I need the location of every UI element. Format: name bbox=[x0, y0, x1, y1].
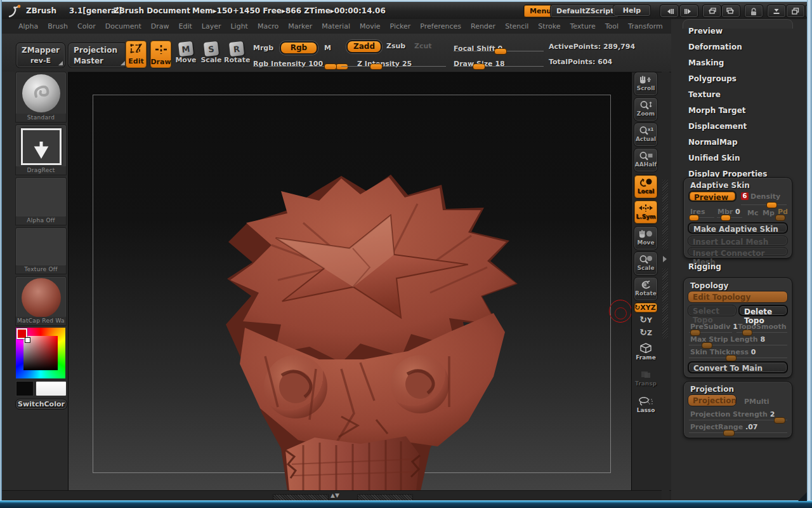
menu-item-picker[interactable]: Picker bbox=[390, 22, 411, 30]
delete-topo-button[interactable]: Delete Topo bbox=[738, 305, 788, 316]
menu-item-alpha[interactable]: Alpha bbox=[18, 22, 38, 30]
menu-item-light[interactable]: Light bbox=[230, 22, 247, 30]
menu-item-macro[interactable]: Macro bbox=[258, 22, 278, 30]
skin-thickness-label[interactable]: Skin Thickness 0 bbox=[690, 348, 756, 356]
tray-arrow-icon[interactable] bbox=[663, 256, 667, 262]
actual-size-button[interactable]: x1 Actual bbox=[634, 123, 658, 147]
insert-local-mesh-button[interactable]: Insert Local Mesh bbox=[688, 236, 788, 246]
rotate-canvas-button[interactable]: Rotate bbox=[634, 277, 658, 301]
menu-item-layer[interactable]: Layer bbox=[202, 22, 221, 30]
restore-button[interactable] bbox=[786, 4, 805, 18]
lsym-button[interactable]: L.Sym bbox=[634, 200, 658, 224]
current-stroke-thumbnail[interactable] bbox=[15, 124, 67, 168]
color-picker[interactable] bbox=[16, 328, 65, 378]
bottom-tray-arrows[interactable]: ▲▼ bbox=[331, 492, 339, 498]
pd-knob[interactable] bbox=[775, 215, 785, 221]
rotate-mode-button[interactable]: R Rotate bbox=[224, 42, 249, 64]
mrgb-toggle[interactable]: Mrgb bbox=[253, 44, 273, 52]
aahalf-button[interactable]: AAHalf bbox=[634, 148, 658, 172]
current-alpha-thumbnail[interactable] bbox=[15, 177, 67, 218]
draw-size-slider[interactable]: Draw Size 18 bbox=[454, 57, 544, 67]
color-selector-handle[interactable] bbox=[25, 337, 30, 343]
make-adaptive-skin-button[interactable]: Make Adaptive Skin bbox=[688, 222, 788, 234]
menu-item-document[interactable]: Document bbox=[105, 22, 141, 30]
menu-item-tool[interactable]: Tool bbox=[605, 22, 619, 30]
move-mode-button[interactable]: M Move bbox=[174, 42, 197, 64]
focal-shift-slider[interactable]: Focal Shift 0 bbox=[454, 41, 544, 51]
gradient-color-swatch[interactable] bbox=[36, 381, 67, 396]
rigging-header[interactable]: Rigging bbox=[688, 262, 721, 271]
section-unified-skin[interactable]: Unified Skin bbox=[688, 154, 767, 163]
document-canvas[interactable] bbox=[68, 72, 632, 491]
tray-scroll-left-button[interactable] bbox=[660, 4, 679, 18]
menu-item-preferences[interactable]: Preferences bbox=[420, 22, 461, 30]
menu-item-stroke[interactable]: Stroke bbox=[538, 22, 560, 30]
z-rotate-button[interactable]: ↻Z bbox=[634, 328, 658, 339]
z-intensity-knob[interactable] bbox=[370, 64, 383, 70]
menu-item-brush[interactable]: Brush bbox=[48, 22, 68, 30]
menu-item-render[interactable]: Render bbox=[471, 22, 495, 30]
section-deformation[interactable]: Deformation bbox=[688, 43, 767, 51]
m-toggle[interactable]: M bbox=[324, 44, 331, 52]
rgb-intensity-slider[interactable]: Rgb Intensity 100 bbox=[253, 57, 355, 67]
menu-item-transform[interactable]: Transform bbox=[628, 22, 663, 30]
resize-grip[interactable] bbox=[798, 492, 807, 501]
right-tray-divider[interactable] bbox=[662, 72, 669, 501]
secondary-color-swatch[interactable] bbox=[16, 381, 34, 396]
local-pivot-button[interactable]: Local bbox=[634, 175, 658, 199]
mbr-knob[interactable] bbox=[721, 215, 731, 221]
help-button[interactable]: Help bbox=[613, 4, 651, 17]
previous-window-button[interactable] bbox=[702, 4, 721, 18]
current-brush-thumbnail[interactable] bbox=[15, 72, 67, 115]
draw-mode-button[interactable]: Draw bbox=[150, 40, 172, 69]
rgb-toggle[interactable]: Rgb bbox=[280, 41, 318, 55]
convert-to-main-button[interactable]: Convert To Main bbox=[688, 361, 788, 373]
menu-item-marker[interactable]: Marker bbox=[288, 22, 312, 30]
mp-toggle[interactable]: Mp bbox=[763, 209, 775, 217]
skin-thickness-knob[interactable] bbox=[726, 355, 737, 361]
zoom-tool-button[interactable]: Zoom bbox=[634, 97, 658, 121]
section-preview[interactable]: Preview bbox=[688, 27, 767, 36]
adaptive-skin-header[interactable]: Adaptive Skin bbox=[690, 181, 792, 190]
divider-grip[interactable] bbox=[662, 180, 668, 250]
menu-item-movie[interactable]: Movie bbox=[360, 22, 381, 30]
select-topo-button[interactable]: Select Topo bbox=[688, 305, 737, 316]
next-window-button[interactable] bbox=[721, 4, 740, 18]
frame-button[interactable]: Frame bbox=[634, 340, 658, 364]
lock-button[interactable] bbox=[744, 4, 763, 18]
divider-grip[interactable] bbox=[662, 269, 668, 338]
density-knob[interactable] bbox=[766, 202, 777, 208]
minimize-button[interactable] bbox=[767, 4, 786, 18]
zcut-toggle[interactable]: Zcut bbox=[414, 42, 432, 50]
section-normalmap[interactable]: NormalMap bbox=[688, 138, 767, 147]
menu-item-edit[interactable]: Edit bbox=[179, 22, 192, 30]
section-displacement[interactable]: Displacement bbox=[688, 122, 767, 131]
menu-item-draw[interactable]: Draw bbox=[151, 22, 169, 30]
xyz-rotate-button[interactable]: ↻XYZ bbox=[634, 302, 658, 313]
y-rotate-button[interactable]: ↻Y bbox=[634, 315, 658, 326]
edit-topology-button[interactable]: Edit Topology bbox=[688, 291, 788, 303]
zsub-toggle[interactable]: Zsub bbox=[386, 42, 405, 50]
projection-strength-label[interactable]: Projection Strength 2 bbox=[690, 410, 775, 418]
adaptive-preview-button[interactable]: Preview bbox=[688, 190, 737, 202]
projection-header[interactable]: Projection bbox=[690, 385, 792, 394]
section-morph-target[interactable]: Morph Target bbox=[688, 106, 767, 115]
insert-connector-mesh-button[interactable]: Insert Connector Mesh bbox=[688, 247, 788, 256]
lasso-button[interactable]: Lasso bbox=[634, 394, 658, 418]
zmapper-button[interactable]: ZMapper rev-E bbox=[16, 43, 65, 68]
menu-item-material[interactable]: Material bbox=[322, 22, 350, 30]
scroll-tool-button[interactable]: Scroll bbox=[634, 72, 658, 96]
window-border-bottom[interactable] bbox=[0, 500, 812, 508]
section-masking[interactable]: Masking bbox=[688, 58, 767, 67]
edge-knob[interactable] bbox=[324, 64, 337, 70]
section-texture[interactable]: Texture bbox=[688, 90, 767, 99]
menu-item-stencil[interactable]: Stencil bbox=[505, 22, 528, 30]
focal-shift-knob[interactable] bbox=[494, 48, 507, 55]
max-strip-label[interactable]: Max Strip Length 8 bbox=[690, 335, 765, 344]
switch-color-button[interactable]: SwitchColor bbox=[15, 399, 67, 410]
edit-mode-button[interactable]: Edit bbox=[125, 40, 147, 69]
mc-toggle[interactable]: Mc bbox=[747, 209, 758, 217]
scale-mode-button[interactable]: S Scale bbox=[200, 42, 223, 64]
default-zscript-button[interactable]: DefaultZScript bbox=[550, 4, 620, 18]
ires-knob[interactable] bbox=[689, 215, 699, 221]
